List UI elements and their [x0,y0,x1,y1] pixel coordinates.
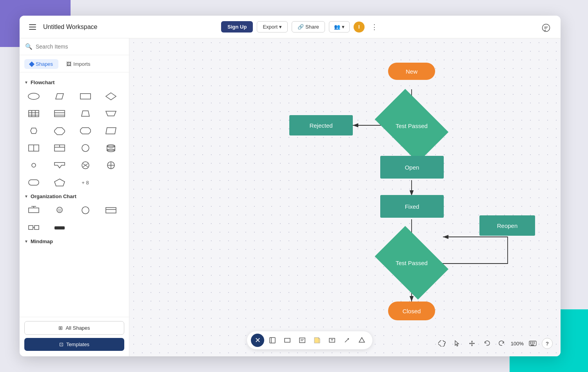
org-shape-4[interactable] [101,202,121,218]
more-options-button[interactable]: ⋮ [368,21,380,33]
share-button[interactable]: 🔗 Share [292,21,325,33]
svg-marker-7 [106,93,116,100]
avatar: I [354,22,365,33]
svg-marker-16 [82,111,89,116]
node-open[interactable]: Open [380,156,444,179]
org-shape-2[interactable] [49,202,70,218]
svg-marker-21 [106,128,116,134]
svg-marker-82 [469,343,470,344]
shape-split-rect2[interactable] [49,140,70,156]
org-shape-1[interactable] [24,202,44,218]
shape-hexagon[interactable] [24,123,44,139]
menu-button[interactable] [26,20,39,34]
node-rejected[interactable]: Rejected [289,115,353,135]
node-closed[interactable]: Closed [388,302,435,320]
svg-point-3 [543,24,550,32]
shape-slanted[interactable] [101,123,121,139]
note-tool-button[interactable] [310,334,324,347]
shape-parallelogram[interactable] [49,88,70,104]
node-reopen[interactable]: Reopen [479,215,535,236]
keyboard-shortcut-button[interactable] [527,338,539,349]
shape-ellipse[interactable] [24,88,44,104]
shape-rounded-rect-cut[interactable] [75,123,96,139]
undo-button[interactable] [481,338,493,349]
textbox-tool-button[interactable] [325,334,339,347]
svg-rect-65 [285,338,290,342]
help-button[interactable]: ? [542,338,553,349]
svg-rect-1 [29,27,36,27]
more-shapes-btn[interactable]: + 8 [75,175,96,190]
tab-shapes[interactable]: Shapes [24,59,58,69]
main-content: 🔍 Shapes 🖼 Imports ▼ Flowchar [20,38,561,356]
collab-button[interactable]: 👥 ▾ [329,21,350,33]
section-mindmap[interactable]: ▼ Mindmap [24,238,125,244]
select-tool-button[interactable] [451,338,463,349]
svg-rect-6 [80,94,91,99]
move-tool-button[interactable] [466,338,478,349]
section-flowchart[interactable]: ▼ Flowchart [24,79,125,85]
shape-x-circle[interactable] [75,157,96,173]
canvas-area[interactable]: New Test Passed Rejected Open Fixed Reop… [129,38,561,356]
org-shape-3[interactable] [75,202,96,218]
cloud-sync-button[interactable] [436,338,448,349]
shape-octagon[interactable] [49,123,70,139]
svg-line-62 [440,228,480,264]
bottom-toolbar: ✕ [247,331,372,349]
node-test-passed-2[interactable]: Test Passed [381,241,442,284]
node-new[interactable]: New [388,63,435,80]
svg-rect-13 [54,110,65,117]
svg-marker-17 [106,111,116,116]
shape-cylinder[interactable] [101,140,121,156]
workspace-title: Untitled Workspace [43,23,213,31]
svg-rect-29 [107,146,115,150]
shape-circle[interactable] [75,140,96,156]
search-input[interactable] [36,43,123,50]
svg-rect-69 [314,338,319,343]
shape-message[interactable] [49,157,70,173]
svg-marker-20 [80,128,91,134]
shape-tool-button[interactable] [355,334,368,347]
shape-rect[interactable] [75,88,96,104]
shape-pentagon[interactable] [49,175,70,190]
node-fixed[interactable]: Fixed [380,195,444,218]
shape-trapezoid-inv[interactable] [101,106,121,121]
all-shapes-button[interactable]: ⊞ All Shapes [24,321,124,335]
svg-rect-66 [299,338,305,343]
sidebar-bottom: ⊞ All Shapes ⊡ Templates [20,317,129,356]
shapes-panel: ▼ Flowchart [20,72,129,317]
org-shape-5[interactable] [24,220,44,235]
shape-grid[interactable] [24,106,44,121]
tab-imports[interactable]: 🖼 Imports [61,59,96,69]
rect-tool-button[interactable] [281,334,294,347]
text-tool-button[interactable] [296,334,309,347]
shape-cross[interactable] [101,157,121,173]
bottom-right-toolbar: 100% ? [436,338,553,349]
flowchart-shapes-grid: + 8 [24,88,125,190]
svg-point-48 [82,207,89,214]
shape-split-rect[interactable] [24,140,44,156]
export-button[interactable]: Export ▾ [257,21,288,33]
signup-button[interactable]: Sign Up [221,21,253,33]
svg-marker-32 [54,163,65,168]
comment-button[interactable] [539,21,553,34]
shape-small-circle[interactable] [24,157,44,173]
node-test-passed-1[interactable]: Test Passed [381,104,442,147]
shape-rounded[interactable] [24,175,44,190]
svg-point-31 [32,163,36,167]
svg-rect-52 [34,226,39,229]
shape-swimlane-h[interactable] [49,106,70,121]
arrow-tool-button[interactable] [340,334,354,347]
section-org-chart[interactable]: ▼ Organization Chart [24,193,125,199]
redo-button[interactable] [496,338,508,349]
shape-diamond[interactable] [101,88,121,104]
svg-rect-49 [106,208,116,213]
svg-rect-88 [530,343,531,344]
svg-marker-80 [471,341,473,342]
svg-rect-39 [29,180,39,185]
org-shape-6[interactable] [49,220,70,235]
close-toolbar-button[interactable]: ✕ [251,334,264,347]
shape-trapezoid[interactable] [75,106,96,121]
svg-point-44 [57,207,62,213]
frame-tool-button[interactable] [266,334,279,347]
templates-button[interactable]: ⊡ Templates [24,338,124,351]
